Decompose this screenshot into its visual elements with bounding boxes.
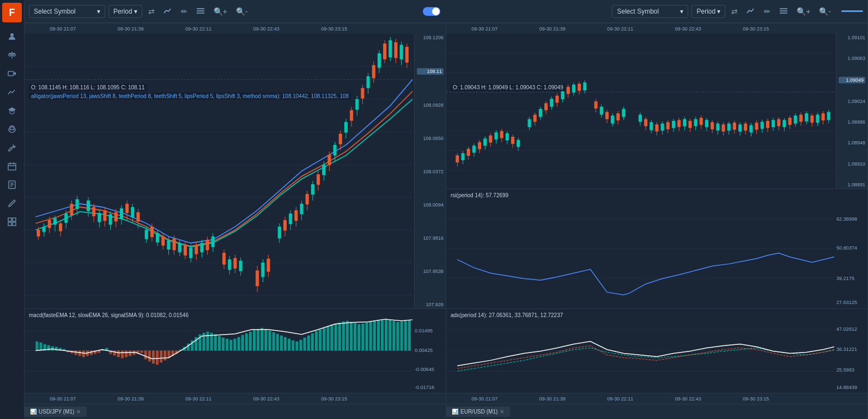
svg-rect-145 — [361, 88, 364, 99]
svg-rect-133 — [327, 155, 331, 165]
svg-rect-231 — [292, 341, 294, 351]
svg-rect-387 — [788, 118, 792, 125]
svg-rect-381 — [772, 120, 775, 127]
svg-rect-225 — [269, 331, 271, 351]
svg-rect-177 — [82, 351, 85, 357]
scale-icon[interactable] — [2, 46, 22, 64]
svg-rect-217 — [238, 337, 240, 351]
svg-rect-149 — [372, 65, 375, 78]
svg-text:-0.00645: -0.00645 — [415, 367, 434, 372]
svg-rect-97 — [206, 240, 209, 250]
right-bottom-tabs: 📊 EUR/USD (M1) ✕ — [446, 404, 867, 419]
svg-rect-137 — [339, 134, 342, 144]
svg-rect-401 — [827, 112, 830, 120]
wrench-icon[interactable] — [2, 139, 22, 156]
svg-rect-291 — [500, 131, 503, 138]
svg-rect-131 — [322, 165, 325, 175]
document-icon[interactable] — [2, 176, 22, 193]
svg-rect-311 — [561, 91, 564, 99]
svg-rect-135 — [333, 145, 337, 155]
svg-rect-395 — [810, 116, 814, 123]
svg-rect-230 — [288, 339, 290, 351]
video-icon[interactable] — [2, 65, 22, 82]
svg-rect-43 — [48, 220, 51, 228]
left-symbol-select[interactable]: Select Symbol ▾ — [29, 5, 105, 18]
left-linechart-button[interactable] — [161, 5, 175, 18]
svg-rect-345 — [672, 121, 675, 128]
user-icon[interactable] — [2, 28, 22, 45]
svg-rect-193 — [144, 351, 147, 360]
calendar-icon[interactable] — [2, 157, 22, 175]
left-indicators-button[interactable] — [193, 5, 208, 18]
right-rsi-chart: rsi(period 14): 57.72699 62.38998 50.803… — [446, 189, 867, 308]
svg-rect-237 — [315, 331, 318, 351]
svg-rect-93 — [195, 245, 198, 254]
right-main-chart[interactable]: O: 1.09043 H: 1.09049 L: 1.09043 C: 1.09… — [446, 34, 867, 189]
svg-rect-215 — [229, 340, 232, 351]
right-linechart-button[interactable] — [744, 5, 758, 18]
svg-rect-232 — [295, 342, 298, 351]
svg-rect-250 — [366, 323, 368, 351]
left-zoomin-button[interactable]: 🔍+ — [211, 5, 230, 18]
svg-rect-117 — [283, 220, 287, 230]
svg-rect-309 — [555, 96, 559, 103]
svg-rect-209 — [207, 332, 209, 351]
right-zoomin-button[interactable]: 🔍+ — [794, 5, 813, 18]
right-compare-button[interactable]: ⇄ — [729, 5, 740, 18]
svg-rect-20 — [13, 218, 16, 221]
left-draw-button[interactable]: ✏ — [178, 5, 190, 18]
svg-rect-261 — [408, 320, 411, 351]
svg-rect-234 — [304, 338, 306, 351]
logo: F — [2, 3, 22, 22]
svg-text:-0.01716: -0.01716 — [415, 385, 434, 390]
grid-icon[interactable] — [2, 213, 22, 230]
svg-rect-61 — [103, 210, 106, 221]
svg-rect-256 — [389, 320, 391, 351]
svg-rect-161 — [405, 47, 409, 63]
right-period-button[interactable]: Period ▾ — [691, 5, 725, 18]
svg-rect-337 — [650, 122, 653, 130]
sync-toggle-track[interactable] — [423, 7, 440, 16]
right-chart-svg — [446, 34, 867, 189]
left-main-chart[interactable]: O: 108.1145 H: 108.116 L: 108.1095 C: 10… — [25, 34, 446, 308]
svg-text:36.31221: 36.31221 — [836, 347, 857, 353]
svg-text:39.2175: 39.2175 — [836, 276, 854, 281]
graduation-icon[interactable] — [2, 102, 22, 119]
svg-rect-341 — [661, 124, 664, 131]
svg-rect-175 — [75, 351, 77, 355]
svg-rect-248 — [357, 324, 360, 351]
svg-rect-391 — [799, 114, 803, 122]
svg-rect-185 — [113, 351, 116, 356]
right-symbol-select[interactable]: Select Symbol ▾ — [612, 5, 688, 18]
left-chart-tab[interactable]: 📊 USD/JPY (M1) ✕ — [25, 406, 87, 417]
right-draw-button[interactable]: ✏ — [761, 5, 773, 18]
svg-rect-47 — [59, 223, 62, 231]
svg-text:0.00425: 0.00425 — [415, 348, 433, 354]
svg-rect-186 — [117, 351, 120, 357]
pencil-icon[interactable] — [2, 195, 22, 212]
right-tab-close[interactable]: ✕ — [500, 409, 504, 415]
linechart-icon[interactable] — [2, 83, 22, 101]
right-chart-tab[interactable]: 📊 EUR/USD (M1) ✕ — [446, 406, 510, 417]
svg-rect-233 — [299, 340, 302, 351]
svg-rect-39 — [37, 230, 40, 236]
svg-rect-49 — [64, 214, 68, 223]
svg-rect-141 — [350, 110, 353, 120]
svg-rect-75 — [145, 230, 148, 239]
mask-icon[interactable] — [2, 120, 22, 138]
svg-rect-240 — [326, 326, 329, 351]
sidebar: F — [0, 0, 25, 419]
svg-rect-5 — [8, 71, 14, 76]
right-time-axis-bottom: 09-30 21:07 09-30 21:39 09-30 22:11 09-3… — [446, 393, 867, 404]
svg-rect-119 — [289, 214, 292, 224]
right-indicators-button[interactable] — [776, 5, 791, 18]
svg-rect-190 — [132, 351, 135, 355]
svg-rect-245 — [346, 321, 349, 351]
sync-toggle[interactable] — [423, 7, 440, 16]
left-tab-close[interactable]: ✕ — [76, 409, 81, 415]
right-zoomout-button[interactable]: 🔍- — [816, 5, 834, 18]
left-compare-button[interactable]: ⇄ — [145, 5, 157, 18]
left-period-button[interactable]: Period ▾ — [108, 5, 142, 18]
svg-rect-212 — [218, 336, 221, 351]
left-zoomout-button[interactable]: 🔍- — [233, 5, 251, 18]
